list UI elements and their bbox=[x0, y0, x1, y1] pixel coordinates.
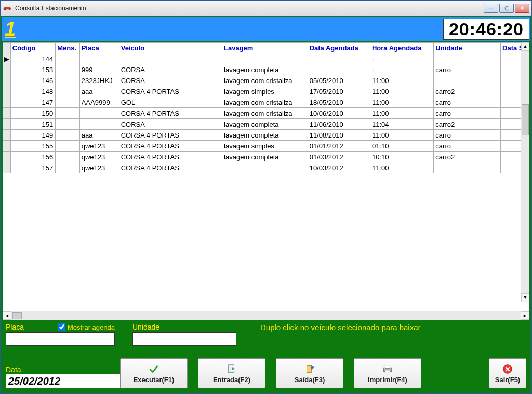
grid-frame: Código Mens. Placa Veículo Lavagem Data … bbox=[1, 41, 531, 320]
cell-placa: qwe123 bbox=[79, 152, 119, 162]
cell-codigo: 149 bbox=[10, 130, 56, 141]
cell-mens bbox=[56, 130, 79, 141]
vscroll-thumb[interactable] bbox=[522, 104, 529, 135]
row-selector[interactable] bbox=[3, 119, 11, 130]
app-icon bbox=[3, 5, 12, 11]
col-hora-agendada[interactable]: Hora Agendada bbox=[370, 43, 433, 53]
cell-mens bbox=[56, 152, 79, 162]
cell-unidade: carro bbox=[434, 108, 501, 119]
cell-codigo: 153 bbox=[10, 64, 56, 75]
cell-placa: aaa bbox=[79, 130, 119, 141]
scroll-right-arrow[interactable]: ► bbox=[521, 311, 529, 320]
table-row[interactable]: 1462323JHKJCORSAlavagem com cristaliza05… bbox=[3, 75, 529, 86]
row-selector[interactable] bbox=[3, 162, 11, 173]
col-unidade[interactable]: Unidade bbox=[434, 43, 501, 53]
sair-label: Sair(F5) bbox=[495, 376, 520, 384]
unidade-input[interactable] bbox=[132, 332, 236, 346]
show-agenda-checkbox[interactable]: Mostrar agenda bbox=[58, 323, 115, 331]
cell-hora-agendada: 10:10 bbox=[370, 152, 433, 162]
table-row[interactable]: 155qwe123CORSA 4 PORTASlavagem simples01… bbox=[3, 141, 529, 152]
saida-button[interactable]: Saída(F3) bbox=[276, 358, 343, 388]
table-row[interactable]: 147AAA9999GOLlavagem com cristaliza18/05… bbox=[3, 97, 529, 108]
svg-point-0 bbox=[4, 9, 6, 10]
table-row[interactable]: 151CORSAlavagem completa11/06/201011:04c… bbox=[3, 119, 529, 130]
cell-mens bbox=[56, 141, 79, 152]
col-mens[interactable]: Mens. bbox=[56, 43, 79, 53]
row-selector[interactable] bbox=[3, 141, 11, 152]
row-selector[interactable] bbox=[3, 64, 11, 75]
cell-hora-agendada: : bbox=[370, 64, 433, 75]
svg-rect-5 bbox=[385, 365, 390, 368]
row-selector[interactable] bbox=[3, 75, 11, 86]
cell-mens bbox=[56, 86, 79, 97]
row-selector[interactable] bbox=[3, 86, 11, 97]
cell-mens bbox=[56, 64, 79, 75]
cell-codigo: 146 bbox=[10, 75, 56, 86]
col-data-agendada[interactable]: Data Agendada bbox=[308, 43, 370, 53]
maximize-button[interactable]: ▢ bbox=[499, 4, 514, 13]
window-title: Consulta Estacionamento bbox=[15, 5, 484, 12]
table-row[interactable]: 156qwe123CORSA 4 PORTASlavagem completa0… bbox=[3, 152, 529, 162]
cell-codigo: 156 bbox=[10, 152, 56, 162]
cell-unidade bbox=[434, 53, 501, 64]
col-lavagem[interactable]: Lavagem bbox=[222, 43, 308, 53]
table-row[interactable]: 150CORSA 4 PORTASlavagem com cristaliza1… bbox=[3, 108, 529, 119]
parking-grid[interactable]: Código Mens. Placa Veículo Lavagem Data … bbox=[3, 42, 529, 173]
cell-placa: AAA9999 bbox=[79, 97, 119, 108]
cell-hora-agendada: 11:00 bbox=[370, 108, 433, 119]
cell-hora-agendada: 11:00 bbox=[370, 86, 433, 97]
saida-label: Saída(F3) bbox=[295, 376, 325, 384]
table-row[interactable]: ▶144: bbox=[3, 53, 529, 64]
cell-codigo: 151 bbox=[10, 119, 56, 130]
clock-display: 20:46:20 bbox=[443, 19, 529, 40]
check-icon bbox=[148, 363, 160, 375]
cell-lavagem: lavagem simples bbox=[222, 141, 308, 152]
cell-placa bbox=[79, 53, 119, 64]
cell-mens bbox=[56, 53, 79, 64]
titlebar: Consulta Estacionamento ─ ▢ ✕ bbox=[1, 1, 531, 16]
cell-veiculo: CORSA bbox=[119, 119, 222, 130]
cell-lavagem: lavagem completa bbox=[222, 130, 308, 141]
vertical-scrollbar[interactable]: ▲ ▼ bbox=[521, 42, 529, 302]
col-codigo[interactable]: Código bbox=[10, 43, 56, 53]
row-selector[interactable]: ▶ bbox=[3, 53, 11, 64]
horizontal-scrollbar[interactable]: ◄ ► bbox=[3, 311, 529, 320]
row-selector[interactable] bbox=[3, 108, 11, 119]
cell-unidade: carro bbox=[434, 130, 501, 141]
cell-lavagem: lavagem completa bbox=[222, 119, 308, 130]
cell-data-agendada bbox=[308, 64, 370, 75]
table-row[interactable]: 149aaaCORSA 4 PORTASlavagem completa11/0… bbox=[3, 130, 529, 141]
data-label: Data bbox=[6, 365, 21, 374]
cell-mens bbox=[56, 119, 79, 130]
entrada-button[interactable]: Entrada(F2) bbox=[198, 358, 265, 388]
minimize-button[interactable]: ─ bbox=[484, 4, 498, 13]
unidade-label: Unidade bbox=[132, 323, 159, 331]
top-bar: 1 20:46:20 bbox=[1, 16, 531, 41]
row-selector[interactable] bbox=[3, 130, 11, 141]
cell-veiculo: CORSA bbox=[119, 75, 222, 86]
executar-button[interactable]: Executar(F1) bbox=[120, 358, 188, 388]
scroll-down-arrow[interactable]: ▼ bbox=[521, 293, 529, 302]
scroll-left-arrow[interactable]: ◄ bbox=[3, 311, 11, 320]
row-selector[interactable] bbox=[3, 152, 11, 162]
show-agenda-input[interactable] bbox=[58, 323, 65, 331]
row-selector[interactable] bbox=[3, 97, 11, 108]
col-veiculo[interactable]: Veículo bbox=[119, 43, 222, 53]
cell-data-agendada: 11/06/2010 bbox=[308, 119, 370, 130]
cell-unidade: carro bbox=[434, 97, 501, 108]
table-row[interactable]: 148aaaCORSA 4 PORTASlavagem simples17/05… bbox=[3, 86, 529, 97]
sair-button[interactable]: Sair(F5) bbox=[489, 358, 526, 388]
scroll-up-arrow[interactable]: ▲ bbox=[521, 42, 529, 51]
imprimir-button[interactable]: Imprimir(F4) bbox=[354, 358, 421, 388]
close-button[interactable]: ✕ bbox=[515, 4, 529, 13]
placa-input[interactable] bbox=[6, 332, 115, 346]
executar-label: Executar(F1) bbox=[134, 376, 175, 384]
col-placa[interactable]: Placa bbox=[79, 43, 119, 53]
table-row[interactable]: 153999CORSAlavagem completa:carro bbox=[3, 64, 529, 75]
cell-veiculo: CORSA 4 PORTAS bbox=[119, 162, 222, 173]
printer-icon bbox=[381, 363, 394, 375]
table-row[interactable]: 157qwe123CORSA 4 PORTAS10/03/201211:00 bbox=[3, 162, 529, 173]
cell-hora-agendada: 01:10 bbox=[370, 141, 433, 152]
hscroll-thumb[interactable] bbox=[12, 312, 22, 319]
cell-lavagem bbox=[222, 162, 308, 173]
